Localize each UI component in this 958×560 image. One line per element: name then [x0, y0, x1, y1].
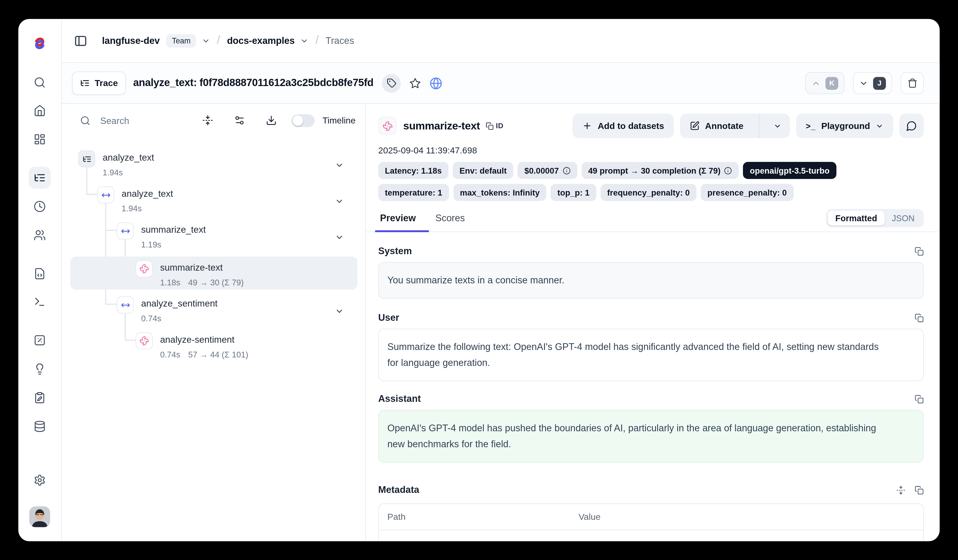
sidebar-toggle-button[interactable]	[74, 34, 87, 48]
annotate-button[interactable]: Annotate	[680, 114, 753, 138]
sidebar-item-sessions[interactable]	[29, 195, 51, 217]
annotate-menu-button[interactable]	[765, 114, 790, 138]
metadata-column-value: Value	[579, 512, 915, 522]
tree-node-span[interactable]: analyze_sentiment 0.74s	[117, 296, 217, 323]
add-to-datasets-label: Add to datasets	[598, 121, 664, 131]
format-formatted-option[interactable]: Formatted	[828, 211, 884, 225]
collapse-node-button[interactable]	[335, 233, 344, 242]
public-share-button[interactable]	[430, 76, 443, 89]
chevron-down-icon	[859, 79, 868, 88]
model-param-badges: temperature: 1 max_tokens: Infinity top_…	[378, 184, 924, 201]
tab-preview[interactable]: Preview	[378, 209, 418, 232]
breadcrumb-page[interactable]: Traces	[325, 35, 354, 46]
timeline-toggle[interactable]	[291, 114, 315, 127]
system-message-box: You summarize texts in a concise manner.	[378, 262, 924, 299]
section-heading: Metadata	[378, 484, 419, 495]
plus-icon	[582, 121, 592, 131]
frequency-penalty-badge: frequency_penalty: 0	[601, 184, 696, 201]
system-section-header: System	[378, 246, 924, 256]
comments-button[interactable]	[899, 114, 924, 138]
add-to-datasets-button[interactable]: Add to datasets	[573, 114, 674, 138]
playground-button[interactable]: >_ Playground	[796, 114, 893, 138]
system-message-text: You summarize texts in a concise manner.	[387, 272, 879, 288]
collapse-node-button[interactable]	[335, 306, 344, 316]
copy-icon[interactable]	[915, 246, 924, 256]
copy-icon[interactable]	[915, 313, 924, 322]
tree-node-duration: 1.94s	[122, 204, 142, 213]
sidebar-item-settings[interactable]	[29, 469, 51, 491]
span-icon	[117, 222, 134, 240]
tree-node-trace[interactable]: analyze_text 1.94s	[78, 150, 154, 177]
sidebar-item-annotation[interactable]	[29, 387, 51, 409]
tree-node-label: summarize-text	[160, 260, 244, 275]
breadcrumb-divider: /	[217, 33, 220, 47]
screen: langfuse-dev Team / docs-examples / Trac…	[0, 0, 958, 560]
collapse-node-button[interactable]	[335, 197, 344, 206]
model-badge[interactable]: openai/gpt-3.5-turbo	[743, 162, 836, 179]
gear-icon	[34, 474, 46, 486]
tree-connector	[105, 304, 117, 305]
tree-node-span[interactable]: summarize_text 1.19s	[117, 222, 206, 249]
download-icon	[266, 115, 277, 126]
delete-trace-button[interactable]	[901, 72, 924, 94]
copy-icon[interactable]	[915, 394, 924, 404]
tree-node-generation[interactable]: analyze-sentiment 0.74s57 → 44 (Σ 101)	[136, 332, 249, 359]
tree-settings-button[interactable]	[234, 115, 245, 126]
chevron-down-icon[interactable]	[300, 36, 309, 45]
sidebar-item-playground[interactable]	[29, 291, 51, 313]
tree-connector	[86, 194, 97, 195]
annotate-split-button: Annotate	[680, 114, 790, 138]
terminal-icon	[34, 296, 46, 308]
copy-icon[interactable]	[915, 485, 924, 495]
tree-search-input[interactable]	[99, 114, 187, 126]
unfold-vertical-icon[interactable]	[896, 485, 906, 495]
database-icon	[34, 420, 46, 433]
timeline-label: Timeline	[322, 116, 355, 125]
breadcrumb-divider: /	[316, 33, 319, 47]
tree-node-span[interactable]: analyze_text 1.94s	[97, 186, 173, 213]
sidebar-item-prompts[interactable]	[29, 263, 51, 285]
tag-icon	[387, 78, 397, 88]
sidebar-item-search[interactable]	[29, 71, 51, 94]
tree-node-generation-selected[interactable]: summarize-text 1.18s49 → 30 (Σ 79)	[136, 260, 244, 287]
generation-fan-icon	[136, 260, 153, 278]
sidebar-item-insights[interactable]	[29, 358, 51, 380]
tab-scores[interactable]: Scores	[434, 209, 467, 232]
main-area: langfuse-dev Team / docs-examples / Trac…	[62, 19, 939, 541]
next-trace-button[interactable]: J	[853, 72, 892, 94]
file-code-icon	[34, 268, 46, 280]
sidebar-rail	[18, 19, 62, 541]
copy-id-button[interactable]: ID	[485, 122, 503, 130]
metadata-table-header: Path Value	[379, 504, 923, 530]
collapse-node-button[interactable]	[335, 161, 344, 170]
download-button[interactable]	[266, 115, 277, 126]
metric-badges: Latency: 1.18s Env: default $0.00007 49 …	[378, 162, 924, 179]
info-icon	[724, 167, 732, 175]
breadcrumb-organization[interactable]: langfuse-dev	[102, 35, 160, 46]
collapse-all-button[interactable]	[202, 115, 213, 126]
breadcrumb-project[interactable]: docs-examples	[227, 35, 295, 46]
sidebar-item-home[interactable]	[29, 100, 51, 122]
cost-badge[interactable]: $0.00007	[518, 162, 577, 179]
sidebar-item-tracing[interactable]	[29, 167, 51, 189]
pen-square-icon	[690, 121, 699, 131]
trace-tree-icon	[78, 150, 95, 167]
user-avatar[interactable]	[29, 506, 50, 527]
tree-connector	[125, 340, 136, 341]
format-json-option[interactable]: JSON	[884, 211, 922, 225]
sidebar-item-evaluation[interactable]	[29, 329, 51, 351]
previous-trace-button[interactable]: K	[805, 72, 844, 94]
chevron-down-icon[interactable]	[201, 36, 210, 45]
tree-node-duration: 1.18s	[160, 278, 180, 287]
tokens-badge[interactable]: 49 prompt → 30 completion (Σ 79)	[582, 162, 739, 179]
home-icon	[34, 105, 46, 117]
sidebar-item-dashboards[interactable]	[29, 128, 51, 150]
observation-title: summarize-text	[403, 119, 480, 132]
sidebar-item-datasets[interactable]	[29, 415, 51, 437]
fold-vertical-icon	[202, 115, 213, 126]
sidebar-item-users[interactable]	[29, 224, 51, 246]
tags-button[interactable]	[382, 74, 401, 92]
detail-header: summarize-text ID Add to datasets	[378, 113, 924, 140]
bookmark-star-button[interactable]	[410, 77, 421, 89]
observation-timestamp: 2025-09-04 11:39:47.698	[378, 146, 924, 155]
